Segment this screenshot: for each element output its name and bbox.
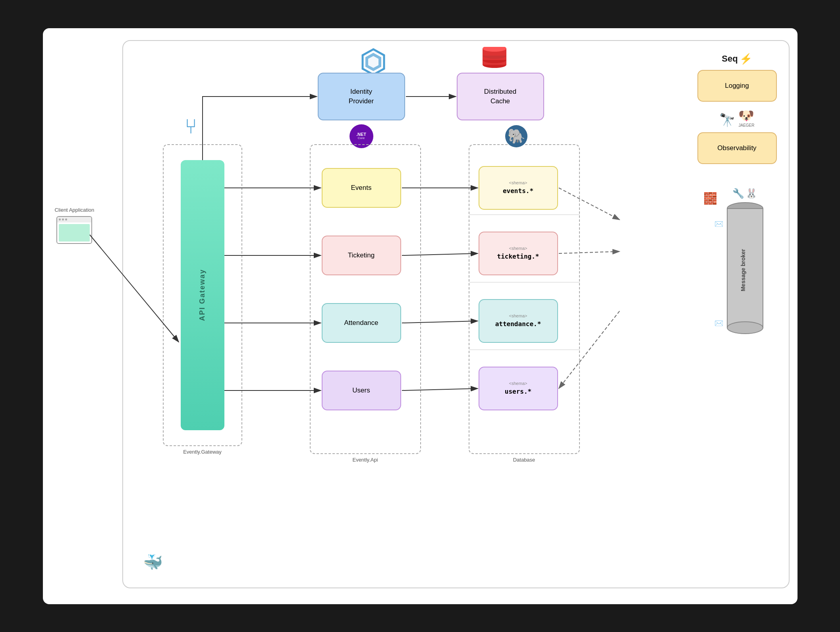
seq-logo-text: Seq [722,54,738,64]
events-label: Events [351,184,372,192]
users-schema-tag: <shema> [509,380,527,387]
identity-provider-box: IdentityProvider [318,73,405,120]
docker-icon: 🐳 [143,553,163,572]
browser-icon [56,216,92,244]
seq-logo-area: Seq ⚡ [697,53,777,65]
observability-label: Observability [717,144,756,152]
db-separator-3 [469,350,580,350]
users-schema-name: users.* [505,387,531,396]
jaeger-icon-area: 🐶 JAEGER [738,108,754,128]
ticketing-label: Ticketing [348,251,375,259]
git-icon: ⑂ [185,114,197,138]
ticketing-schema-name: ticketing.* [497,252,539,261]
diagram-box: ⑂ Evently.Gateway API Gateway .NET Core … [122,40,790,588]
email-icon-1: ✉️ [714,220,723,228]
database-label: Database [513,457,535,463]
attendance-schema: <shema> attendance.* [479,299,558,343]
message-broker-cylinder: Message broker [725,201,765,336]
svg-text:🐘: 🐘 [507,128,525,145]
right-tools-panel: Seq ⚡ Logging 🔭 🐶 JAEGER Observability [697,53,777,164]
api-box-label: Evently.Api [352,457,378,463]
redis-icon [481,47,508,69]
identity-provider-label: IdentityProvider [349,87,374,106]
gateway-label: Evently.Gateway [183,449,222,455]
telescope-icon: 🔭 [719,113,735,127]
main-canvas: Client Application ⑂ Evently.Gateway API… [43,28,798,604]
email-icon-2: ✉️ [714,319,723,328]
events-schema: <shema> events.* [479,166,558,210]
distributed-cache-label: DistributedCache [484,87,516,106]
db-separator-2 [469,282,580,282]
client-application: Client Application [55,207,95,244]
distributed-cache-box: DistributedCache [457,73,544,120]
redis-icon-area [481,47,508,70]
attendance-service: Attendance [322,303,401,343]
client-app-label: Client Application [55,207,95,213]
observability-icons-row: 🔭 🐶 JAEGER [697,108,777,128]
api-gateway-bar: API Gateway [181,160,224,430]
attendance-schema-name: attendance.* [495,319,541,329]
logging-label: Logging [725,82,749,90]
ticketing-schema-tag: <shema> [509,245,527,252]
events-schema-tag: <shema> [509,180,527,186]
events-schema-name: events.* [503,186,533,196]
db-separator-1 [469,215,580,215]
users-service: Users [322,371,401,410]
broker-icons: 🔧 🐰 [725,188,765,199]
attendance-label: Attendance [344,319,378,327]
attendance-schema-tag: <shema> [509,313,527,319]
logging-box: Logging [697,70,777,102]
events-service: Events [322,168,401,208]
ticketing-service: Ticketing [322,236,401,275]
postgres-svg: 🐘 [504,124,528,148]
rabbitmq-icon: 🧱 [703,192,717,205]
message-broker-area: 🔧 🐰 Message broker [725,188,765,337]
users-label: Users [352,387,370,394]
seq-arrow-icon: ⚡ [740,53,752,65]
jaeger-icon: 🐶 [738,108,754,123]
users-schema: <shema> users.* [479,367,558,410]
jaeger-label: JAEGER [738,123,754,128]
net-core-text: Core [358,137,365,140]
postgres-icon: 🐘 [504,124,528,153]
svg-text:Message broker: Message broker [740,249,746,291]
hexagon-icon [359,48,387,76]
api-gateway-text: API Gateway [198,269,207,321]
ticketing-schema: <shema> ticketing.* [479,232,558,275]
telescope-icon-area: 🔭 [719,112,735,128]
observability-box: Observability [697,132,777,164]
svg-point-16 [727,322,763,334]
